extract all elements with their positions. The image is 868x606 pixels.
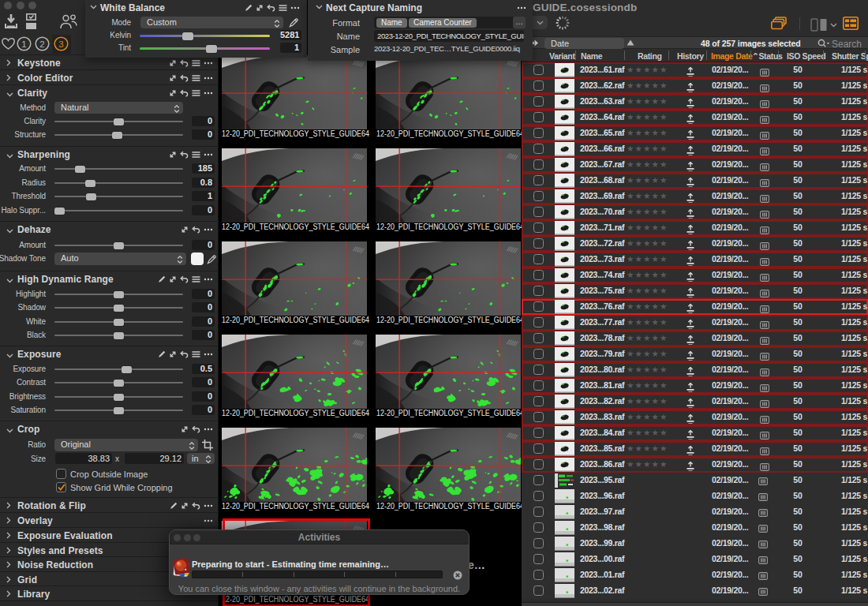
svg-text:2: 2 [39, 39, 44, 48]
svg-text:3: 3 [58, 39, 63, 48]
svg-text:1: 1 [21, 39, 26, 48]
